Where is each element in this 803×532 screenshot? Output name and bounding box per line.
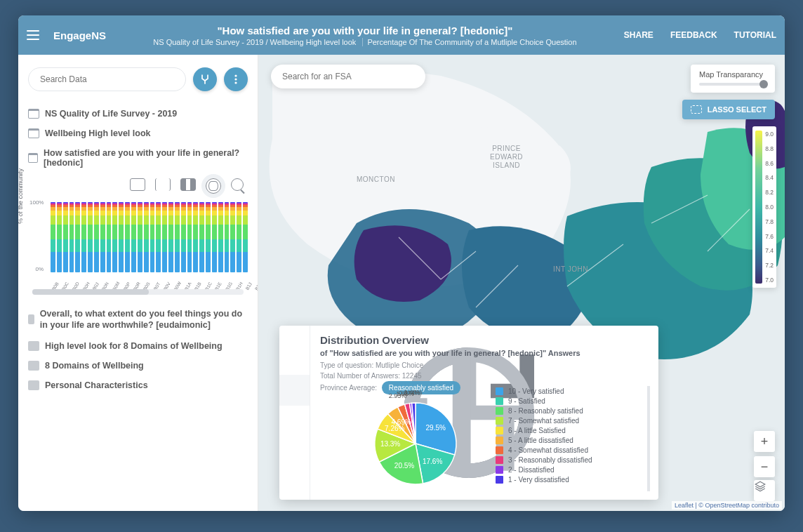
legend-swatch — [496, 456, 503, 464]
legend-tick: 7.8 — [765, 218, 774, 225]
dist-tabs — [279, 326, 310, 500]
y-tick: 100% — [29, 199, 44, 206]
map-canvas[interactable]: Miramichi PRINCE EDWARD ISLAND MONCTON I… — [258, 55, 785, 511]
legend-label: 2 - Dissatisfied — [508, 466, 555, 474]
svg-point-2 — [234, 81, 237, 84]
legend-item: 4 - Somewhat dissatisfied — [496, 445, 642, 455]
lasso-icon — [691, 105, 702, 114]
breadcrumb-part-2: Percentage Of The Community of a Mutlipl… — [362, 38, 580, 46]
tree-label: Overall, to what extent do you feel thin… — [40, 308, 248, 331]
legend-tick: 8.8 — [765, 145, 774, 152]
legend-swatch — [496, 466, 503, 474]
svg-text:7.26%: 7.26% — [385, 425, 404, 432]
legend-swatch — [496, 387, 503, 395]
folder-open-icon — [28, 109, 39, 119]
tutorial-button[interactable]: TUTORIAL — [734, 30, 776, 40]
legend-swatch — [496, 427, 503, 434]
transparency-control[interactable]: Map Transparancy — [691, 65, 775, 93]
breadcrumb-part-1: NS Quality of Life Survey - 2019 / Wellb… — [149, 38, 360, 46]
chart-scroll-track[interactable] — [32, 289, 244, 295]
menu-icon[interactable] — [27, 25, 46, 45]
y-axis-label: % of the community — [18, 168, 24, 224]
zoom-controls: + − — [754, 431, 775, 477]
svg-text:29.5%: 29.5% — [426, 424, 446, 432]
app-header: EngageNS "How satisfied are you with you… — [18, 15, 785, 55]
legend-label: 8 - Reasonably satisfied — [508, 407, 583, 415]
tree-item-wellbeing-look[interactable]: Wellbeing High level look — [28, 124, 248, 143]
header-links: SHARE FEEDBACK TUTORIAL — [624, 30, 776, 40]
dist-tab-bar[interactable] — [279, 437, 310, 467]
folder-open-icon — [28, 128, 39, 138]
attrib-leaflet[interactable]: Leaflet — [675, 502, 694, 509]
sidebar: NS Quality of Life Survey - 2019 Wellbei… — [18, 55, 258, 511]
tree-item-eudaimonic[interactable]: Overall, to what extent do you feel thin… — [28, 303, 248, 336]
legend-item: 10 - Very satisfied — [496, 386, 642, 396]
brand-name: EngageNS — [53, 29, 106, 41]
page-title: "How satisfied are you with your life in… — [106, 25, 624, 36]
zoom-icon[interactable] — [231, 178, 244, 191]
tree-label: Wellbeing High level look — [45, 128, 151, 138]
distribution-panel: Distribution Overview of "How satisfied … — [279, 326, 658, 500]
branch-button[interactable] — [193, 67, 217, 91]
share-button[interactable]: SHARE — [624, 30, 653, 40]
legend-swatch — [496, 476, 503, 484]
lasso-select-button[interactable]: LASSO SELECT — [682, 100, 775, 119]
grid-view-button[interactable] — [180, 178, 196, 191]
legend-tick: 7.2 — [765, 262, 774, 269]
card-view-button[interactable] — [130, 178, 145, 191]
legend-label: 7 - Somewhat satisfied — [508, 417, 579, 425]
fsa-search-input[interactable] — [271, 65, 425, 88]
dist-meta1-label: Type of question: — [320, 361, 373, 369]
more-button[interactable] — [224, 67, 248, 91]
lasso-label: LASSO SELECT — [708, 105, 766, 114]
tree-label: Personal Characteristics — [45, 380, 148, 390]
folder-open-icon — [28, 153, 38, 163]
legend-swatch — [496, 417, 503, 425]
feedback-button[interactable]: FEEDBACK — [670, 30, 717, 40]
y-axis-ticks: 100% 0% — [29, 199, 44, 275]
pie-chart: 29.5%17.6%20.5%13.3%7.26%4.69%2.93%1.93%… — [338, 379, 472, 491]
legend-swatch — [496, 446, 503, 454]
dist-subtitle: of "How satisfied are you with your life… — [320, 349, 649, 357]
legend-label: 6 - A little Satisfied — [508, 427, 566, 434]
breadcrumb: NS Quality of Life Survey - 2019 / Wellb… — [106, 38, 624, 46]
svg-text:13.3%: 13.3% — [380, 440, 400, 448]
zoom-in-button[interactable]: + — [754, 431, 775, 452]
svg-text:20.5%: 20.5% — [394, 462, 414, 470]
view-toolbar — [28, 173, 248, 198]
app-window: EngageNS "How satisfied are you with you… — [18, 15, 785, 511]
attrib-osm[interactable]: OpenStreetMap — [705, 502, 750, 509]
zoom-out-button[interactable]: − — [754, 456, 775, 477]
search-field[interactable] — [39, 74, 175, 85]
legend-item: 7 - Somewhat satisfied — [496, 415, 642, 425]
tree-label: High level look for 8 Domains of Wellbei… — [45, 341, 223, 351]
tree-item-question-hedonic[interactable]: How satisfied are you with your life in … — [28, 143, 248, 173]
legend-tick: 9.0 — [765, 131, 774, 138]
legend-label: 9 - Satisfied — [508, 397, 545, 405]
tree-label: How satisfied are you with your life in … — [44, 148, 248, 168]
folder-icon — [28, 314, 34, 324]
tree-item-personal[interactable]: Personal Characteristics — [28, 375, 248, 395]
tree-label: 8 Domains of Wellbeing — [45, 361, 144, 371]
transparency-label: Map Transparancy — [699, 70, 766, 79]
dist-title: Distribution Overview — [320, 334, 649, 346]
tree-item-8domains-look[interactable]: High level look for 8 Domains of Wellbei… — [28, 336, 248, 356]
map-view-button[interactable] — [206, 178, 221, 194]
tree-item-8domains[interactable]: 8 Domains of Wellbeing — [28, 356, 248, 375]
map-label-pei: PRINCE EDWARD ISLAND — [490, 145, 523, 170]
folder-icon — [28, 361, 39, 371]
transparency-slider[interactable] — [699, 83, 766, 86]
legend-swatch — [496, 397, 503, 405]
search-input[interactable] — [28, 67, 186, 91]
folder-icon — [28, 341, 39, 351]
list-view-button[interactable] — [155, 178, 171, 191]
tree-item-survey[interactable]: NS Quality of Life Survey - 2019 — [28, 104, 248, 124]
legend-label: 4 - Somewhat dissatisfied — [508, 446, 588, 454]
legend-tick: 8.6 — [765, 160, 774, 167]
legend-label: 10 - Very satisfied — [508, 387, 564, 395]
fsa-search-field[interactable] — [281, 71, 416, 82]
legend-item: 6 - A little Satisfied — [496, 425, 642, 435]
layers-button[interactable] — [754, 480, 775, 501]
color-legend: 9.08.88.68.48.28.07.87.67.47.27.0 — [752, 126, 776, 288]
svg-text:17.6%: 17.6% — [423, 458, 442, 465]
